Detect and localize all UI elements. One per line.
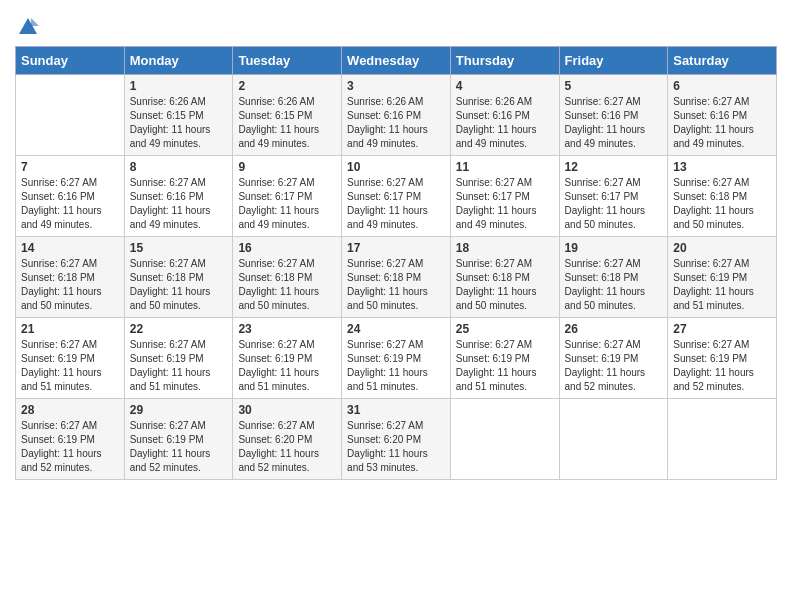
day-number: 20: [673, 241, 771, 255]
day-number: 7: [21, 160, 119, 174]
day-info: Sunrise: 6:27 AM Sunset: 6:19 PM Dayligh…: [130, 419, 228, 475]
day-info: Sunrise: 6:27 AM Sunset: 6:16 PM Dayligh…: [21, 176, 119, 232]
calendar-cell: 11Sunrise: 6:27 AM Sunset: 6:17 PM Dayli…: [450, 156, 559, 237]
day-number: 21: [21, 322, 119, 336]
calendar-cell: 10Sunrise: 6:27 AM Sunset: 6:17 PM Dayli…: [342, 156, 451, 237]
day-number: 31: [347, 403, 445, 417]
day-info: Sunrise: 6:27 AM Sunset: 6:20 PM Dayligh…: [347, 419, 445, 475]
day-info: Sunrise: 6:26 AM Sunset: 6:15 PM Dayligh…: [130, 95, 228, 151]
day-info: Sunrise: 6:27 AM Sunset: 6:18 PM Dayligh…: [673, 176, 771, 232]
day-info: Sunrise: 6:27 AM Sunset: 6:19 PM Dayligh…: [347, 338, 445, 394]
day-info: Sunrise: 6:27 AM Sunset: 6:17 PM Dayligh…: [565, 176, 663, 232]
day-number: 8: [130, 160, 228, 174]
day-number: 23: [238, 322, 336, 336]
day-number: 11: [456, 160, 554, 174]
day-info: Sunrise: 6:27 AM Sunset: 6:19 PM Dayligh…: [673, 338, 771, 394]
weekday-header: Sunday: [16, 47, 125, 75]
day-number: 29: [130, 403, 228, 417]
day-number: 24: [347, 322, 445, 336]
day-number: 4: [456, 79, 554, 93]
day-number: 12: [565, 160, 663, 174]
calendar-cell: 7Sunrise: 6:27 AM Sunset: 6:16 PM Daylig…: [16, 156, 125, 237]
calendar-cell: 18Sunrise: 6:27 AM Sunset: 6:18 PM Dayli…: [450, 237, 559, 318]
day-info: Sunrise: 6:27 AM Sunset: 6:16 PM Dayligh…: [565, 95, 663, 151]
calendar-cell: 20Sunrise: 6:27 AM Sunset: 6:19 PM Dayli…: [668, 237, 777, 318]
weekday-header: Tuesday: [233, 47, 342, 75]
calendar-cell: 4Sunrise: 6:26 AM Sunset: 6:16 PM Daylig…: [450, 75, 559, 156]
logo: [15, 16, 39, 38]
day-info: Sunrise: 6:27 AM Sunset: 6:19 PM Dayligh…: [21, 419, 119, 475]
day-number: 15: [130, 241, 228, 255]
day-info: Sunrise: 6:27 AM Sunset: 6:18 PM Dayligh…: [347, 257, 445, 313]
day-info: Sunrise: 6:27 AM Sunset: 6:18 PM Dayligh…: [456, 257, 554, 313]
calendar-cell: [450, 399, 559, 480]
weekday-header: Monday: [124, 47, 233, 75]
day-number: 28: [21, 403, 119, 417]
calendar-cell: 26Sunrise: 6:27 AM Sunset: 6:19 PM Dayli…: [559, 318, 668, 399]
calendar-cell: 8Sunrise: 6:27 AM Sunset: 6:16 PM Daylig…: [124, 156, 233, 237]
day-number: 25: [456, 322, 554, 336]
weekday-header: Friday: [559, 47, 668, 75]
calendar-cell: 17Sunrise: 6:27 AM Sunset: 6:18 PM Dayli…: [342, 237, 451, 318]
day-info: Sunrise: 6:26 AM Sunset: 6:16 PM Dayligh…: [456, 95, 554, 151]
day-info: Sunrise: 6:26 AM Sunset: 6:15 PM Dayligh…: [238, 95, 336, 151]
calendar-cell: 16Sunrise: 6:27 AM Sunset: 6:18 PM Dayli…: [233, 237, 342, 318]
calendar-cell: [559, 399, 668, 480]
calendar-cell: 15Sunrise: 6:27 AM Sunset: 6:18 PM Dayli…: [124, 237, 233, 318]
day-info: Sunrise: 6:27 AM Sunset: 6:20 PM Dayligh…: [238, 419, 336, 475]
calendar-cell: 5Sunrise: 6:27 AM Sunset: 6:16 PM Daylig…: [559, 75, 668, 156]
calendar-cell: 19Sunrise: 6:27 AM Sunset: 6:18 PM Dayli…: [559, 237, 668, 318]
day-number: 14: [21, 241, 119, 255]
day-number: 19: [565, 241, 663, 255]
day-number: 22: [130, 322, 228, 336]
day-info: Sunrise: 6:27 AM Sunset: 6:19 PM Dayligh…: [130, 338, 228, 394]
day-info: Sunrise: 6:27 AM Sunset: 6:18 PM Dayligh…: [130, 257, 228, 313]
day-number: 16: [238, 241, 336, 255]
day-info: Sunrise: 6:27 AM Sunset: 6:17 PM Dayligh…: [456, 176, 554, 232]
calendar-cell: 12Sunrise: 6:27 AM Sunset: 6:17 PM Dayli…: [559, 156, 668, 237]
calendar-cell: 29Sunrise: 6:27 AM Sunset: 6:19 PM Dayli…: [124, 399, 233, 480]
day-info: Sunrise: 6:27 AM Sunset: 6:19 PM Dayligh…: [673, 257, 771, 313]
calendar-cell: [16, 75, 125, 156]
day-number: 27: [673, 322, 771, 336]
calendar-cell: 27Sunrise: 6:27 AM Sunset: 6:19 PM Dayli…: [668, 318, 777, 399]
calendar-cell: 23Sunrise: 6:27 AM Sunset: 6:19 PM Dayli…: [233, 318, 342, 399]
day-info: Sunrise: 6:27 AM Sunset: 6:17 PM Dayligh…: [347, 176, 445, 232]
weekday-header: Wednesday: [342, 47, 451, 75]
day-info: Sunrise: 6:27 AM Sunset: 6:16 PM Dayligh…: [673, 95, 771, 151]
day-info: Sunrise: 6:27 AM Sunset: 6:18 PM Dayligh…: [238, 257, 336, 313]
page-header: [15, 10, 777, 38]
day-number: 17: [347, 241, 445, 255]
calendar-cell: 9Sunrise: 6:27 AM Sunset: 6:17 PM Daylig…: [233, 156, 342, 237]
day-number: 6: [673, 79, 771, 93]
day-number: 26: [565, 322, 663, 336]
calendar-cell: 28Sunrise: 6:27 AM Sunset: 6:19 PM Dayli…: [16, 399, 125, 480]
calendar-cell: 2Sunrise: 6:26 AM Sunset: 6:15 PM Daylig…: [233, 75, 342, 156]
calendar-cell: 31Sunrise: 6:27 AM Sunset: 6:20 PM Dayli…: [342, 399, 451, 480]
day-info: Sunrise: 6:27 AM Sunset: 6:18 PM Dayligh…: [565, 257, 663, 313]
calendar-cell: 14Sunrise: 6:27 AM Sunset: 6:18 PM Dayli…: [16, 237, 125, 318]
day-number: 9: [238, 160, 336, 174]
logo-icon: [17, 16, 39, 38]
day-info: Sunrise: 6:27 AM Sunset: 6:19 PM Dayligh…: [238, 338, 336, 394]
calendar-cell: 1Sunrise: 6:26 AM Sunset: 6:15 PM Daylig…: [124, 75, 233, 156]
day-info: Sunrise: 6:27 AM Sunset: 6:18 PM Dayligh…: [21, 257, 119, 313]
day-number: 30: [238, 403, 336, 417]
day-info: Sunrise: 6:27 AM Sunset: 6:19 PM Dayligh…: [456, 338, 554, 394]
day-number: 1: [130, 79, 228, 93]
day-number: 5: [565, 79, 663, 93]
calendar-cell: 22Sunrise: 6:27 AM Sunset: 6:19 PM Dayli…: [124, 318, 233, 399]
day-number: 2: [238, 79, 336, 93]
day-info: Sunrise: 6:27 AM Sunset: 6:17 PM Dayligh…: [238, 176, 336, 232]
calendar-cell: [668, 399, 777, 480]
calendar-cell: 21Sunrise: 6:27 AM Sunset: 6:19 PM Dayli…: [16, 318, 125, 399]
calendar-header: SundayMondayTuesdayWednesdayThursdayFrid…: [16, 47, 777, 75]
day-number: 10: [347, 160, 445, 174]
day-info: Sunrise: 6:27 AM Sunset: 6:16 PM Dayligh…: [130, 176, 228, 232]
weekday-header: Saturday: [668, 47, 777, 75]
calendar-table: SundayMondayTuesdayWednesdayThursdayFrid…: [15, 46, 777, 480]
day-number: 3: [347, 79, 445, 93]
calendar-cell: 30Sunrise: 6:27 AM Sunset: 6:20 PM Dayli…: [233, 399, 342, 480]
svg-marker-1: [31, 18, 39, 26]
day-number: 18: [456, 241, 554, 255]
